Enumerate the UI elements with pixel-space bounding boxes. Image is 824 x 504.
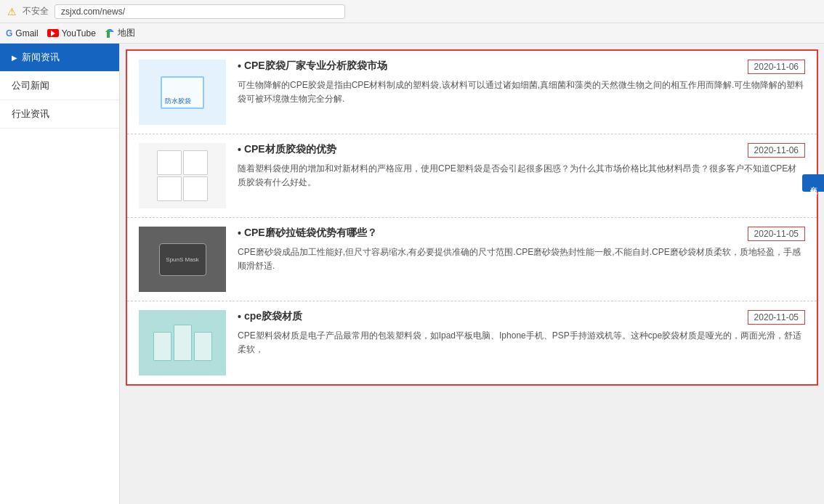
warning-icon: ⚠ xyxy=(7,6,17,17)
page-wrapper: 新闻资讯 公司新闻 行业资讯 CPE胶袋厂家专业分析胶袋市场 2020- xyxy=(0,44,824,504)
bag-image-1 xyxy=(161,76,204,109)
news-desc-4: CPE塑料袋材质是电子产品最常用的包装塑料袋，如Ipad平板电脑、Iphone手… xyxy=(238,329,805,357)
browser-bar: ⚠ 不安全 zsjxd.com/news/ xyxy=(0,0,824,23)
bookmark-map[interactable]: 地图 xyxy=(105,27,135,39)
right-widget[interactable]: 在线客服 xyxy=(802,174,824,192)
sidebar-news-label: 新闻资讯 xyxy=(22,51,60,64)
news-desc-1: 可生物降解的CPE胶袋是指由CPE材料制成的塑料袋,该材料可以通过诸如细菌,真细… xyxy=(238,78,805,106)
news-item-1[interactable]: CPE胶袋厂家专业分析胶袋市场 2020-11-06 可生物降解的CPE胶袋是指… xyxy=(127,51,817,134)
news-body-2: CPE材质胶袋的优势 2020-11-06 随着塑料袋使用的增加和对新材料的严格… xyxy=(238,143,805,208)
clear-bags-image-4 xyxy=(153,325,212,361)
news-body-1: CPE胶袋厂家专业分析胶袋市场 2020-11-06 可生物降解的CPE胶袋是指… xyxy=(238,60,805,125)
sidebar-item-industry[interactable]: 行业资讯 xyxy=(0,100,119,129)
bookmark-youtube[interactable]: YouTube xyxy=(47,28,96,38)
bookmarks-bar: G Gmail YouTube 地图 xyxy=(0,23,824,44)
news-title-3[interactable]: CPE磨砂拉链袋优势有哪些？ xyxy=(238,227,377,240)
news-date-2: 2020-11-06 xyxy=(748,143,805,158)
right-widget-label: 在线客服 xyxy=(808,180,818,186)
not-secure-label: 不安全 xyxy=(23,5,49,17)
mask-image-3: SpunS Mask xyxy=(159,243,206,276)
news-body-4: cpe胶袋材质 2020-11-05 CPE塑料袋材质是电子产品最常用的包装塑料… xyxy=(238,310,805,375)
youtube-icon xyxy=(47,29,59,37)
news-title-4[interactable]: cpe胶袋材质 xyxy=(238,310,302,323)
news-item-3[interactable]: SpunS Mask CPE磨砂拉链袋优势有哪些？ 2020-11-05 CPE… xyxy=(127,218,817,301)
news-title-1[interactable]: CPE胶袋厂家专业分析胶袋市场 xyxy=(238,60,387,73)
news-date-1: 2020-11-06 xyxy=(748,60,805,74)
news-item-2[interactable]: CPE材质胶袋的优势 2020-11-06 随着塑料袋使用的增加和对新材料的严格… xyxy=(127,134,817,218)
news-item-4[interactable]: cpe胶袋材质 2020-11-05 CPE塑料袋材质是电子产品最常用的包装塑料… xyxy=(127,301,817,384)
news-body-3: CPE磨砂拉链袋优势有哪些？ 2020-11-05 CPE磨砂袋成品加工性能好,… xyxy=(238,227,805,292)
bookmark-gmail[interactable]: G Gmail xyxy=(6,28,39,38)
news-date-3: 2020-11-05 xyxy=(748,227,805,241)
bookmark-youtube-label: YouTube xyxy=(62,28,96,38)
bookmark-gmail-label: Gmail xyxy=(15,28,38,38)
sidebar-item-news[interactable]: 新闻资讯 xyxy=(0,44,119,72)
bookmark-map-label: 地图 xyxy=(118,27,135,39)
news-header-2: CPE材质胶袋的优势 2020-11-06 xyxy=(238,143,805,158)
map-icon xyxy=(105,28,115,38)
news-thumb-1 xyxy=(139,60,226,125)
url-bar[interactable]: zsjxd.com/news/ xyxy=(54,4,345,19)
sidebar: 新闻资讯 公司新闻 行业资讯 xyxy=(0,44,120,504)
news-title-2[interactable]: CPE材质胶袋的优势 xyxy=(238,143,336,156)
news-desc-3: CPE磨砂袋成品加工性能好,但尺寸容易缩水,有必要提供准确的尺寸范围.CPE磨砂… xyxy=(238,245,805,273)
bags-image-2 xyxy=(157,150,208,201)
news-date-4: 2020-11-05 xyxy=(748,310,805,325)
main-content: CPE胶袋厂家专业分析胶袋市场 2020-11-06 可生物降解的CPE胶袋是指… xyxy=(120,44,824,504)
news-thumb-4 xyxy=(139,310,226,375)
news-header-1: CPE胶袋厂家专业分析胶袋市场 2020-11-06 xyxy=(238,60,805,74)
sidebar-industry-label: 行业资讯 xyxy=(12,107,49,121)
sidebar-item-company-news[interactable]: 公司新闻 xyxy=(0,72,119,100)
news-list: CPE胶袋厂家专业分析胶袋市场 2020-11-06 可生物降解的CPE胶袋是指… xyxy=(126,49,818,386)
news-desc-2: 随着塑料袋使用的增加和对新材料的严格应用，使用CPE塑料袋是否会引起很多困惑？为… xyxy=(238,162,805,190)
news-header-3: CPE磨砂拉链袋优势有哪些？ 2020-11-05 xyxy=(238,227,805,241)
news-header-4: cpe胶袋材质 2020-11-05 xyxy=(238,310,805,325)
news-thumb-3: SpunS Mask xyxy=(139,227,226,292)
gmail-icon: G xyxy=(6,28,12,38)
sidebar-company-label: 公司新闻 xyxy=(12,79,49,92)
news-thumb-2 xyxy=(139,143,226,208)
